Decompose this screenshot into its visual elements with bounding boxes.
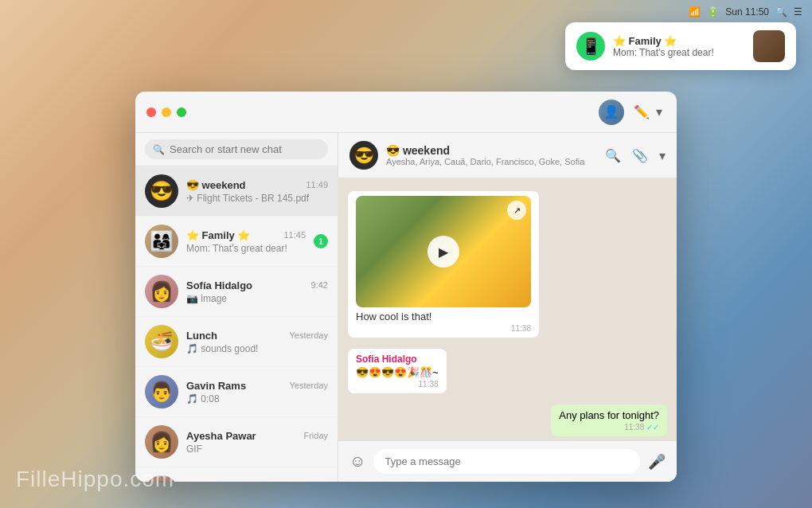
play-button[interactable]: ▶ [427, 236, 459, 268]
chat-preview-family: Mom: That's great dear! [186, 243, 306, 254]
chat-preview-ayesha: GIF [186, 444, 328, 455]
notification-message: Mom: That's great dear! [613, 47, 745, 58]
chat-avatar-family: 👨‍👩‍👧 [145, 225, 178, 258]
wifi-icon: 📶 [689, 6, 701, 18]
notification-title: ⭐ Family ⭐ [613, 35, 745, 47]
notification-content: ⭐ Family ⭐ Mom: That's great dear! [613, 35, 745, 58]
close-button[interactable] [146, 107, 156, 117]
app-window: 👤 ✏️ ▾ 🔍 😎😎 weekend11:49✈ Flight Tickets… [135, 92, 677, 482]
chat-preview-lunch: 🎵 sounds good! [186, 343, 328, 354]
chat-time-sofia: 9:42 [311, 280, 328, 290]
chat-info-sofia: Sofía Hidalgo9:42📷 image [186, 279, 328, 304]
emoji-button[interactable]: ☺ [349, 452, 365, 471]
chat-time-gavin: Yesterday [289, 381, 328, 390]
chat-preview-sofia: 📷 image [186, 293, 328, 304]
share-button[interactable]: ↗ [507, 201, 526, 220]
search-icon: 🔍 [153, 144, 165, 155]
chat-header: 😎 😎 weekend Ayesha, Ariya, Cauã, Dario, … [338, 133, 677, 178]
search-input[interactable] [170, 143, 320, 155]
chat-info-lunch: LunchYesterday🎵 sounds good! [186, 330, 328, 354]
chat-info-ayesha: Ayesha PawarFridayGIF [186, 430, 328, 455]
chat-preview-weekend: ✈ Flight Tickets - BR 145.pdf [186, 193, 328, 204]
search-input-wrap[interactable]: 🔍 [145, 139, 328, 159]
message-sender: Sofia Hidalgo [356, 354, 439, 365]
message-input[interactable] [373, 449, 640, 474]
status-bar: 📶 🔋 Sun 11:50 🔍 ☰ [689, 6, 802, 18]
chat-name-weekend: 😎 weekend [186, 179, 246, 191]
msg-time: 11:38 [356, 380, 439, 389]
maximize-button[interactable] [177, 107, 186, 117]
msg-time: 11:38 ✓✓ [559, 423, 659, 432]
chat-header-avatar: 😎 [349, 141, 378, 170]
chat-time-brother: Friday [303, 481, 328, 482]
chat-item-sofia[interactable]: 👩Sofía Hidalgo9:42📷 image [135, 267, 338, 317]
unread-badge-family: 1 [314, 234, 328, 248]
chat-panel: 😎 😎 weekend Ayesha, Ariya, Cauã, Dario, … [338, 133, 677, 482]
chat-time-lunch: Yesterday [289, 330, 328, 340]
chat-item-lunch[interactable]: 🍜LunchYesterday🎵 sounds good! [135, 317, 338, 367]
chat-info-weekend: 😎 weekend11:49✈ Flight Tickets - BR 145.… [186, 179, 328, 204]
notification-app-icon: 📱 [576, 32, 605, 61]
dropdown-icon[interactable]: ▾ [653, 101, 666, 123]
notification-avatar [753, 30, 785, 62]
notification-banner[interactable]: 📱 ⭐ Family ⭐ Mom: That's great dear! [565, 22, 796, 70]
message-sofia-emoji: Sofia Hidalgo 😎😍😎😍🎉🎊~ 11:38 [348, 349, 447, 393]
chat-avatar-lunch: 🍜 [145, 325, 178, 358]
battery-icon: 🔋 [707, 6, 719, 18]
input-area: ☺ 🎤 [338, 440, 677, 482]
chat-name-sofia: Sofía Hidalgo [186, 279, 252, 291]
chat-info-family: ⭐ Family ⭐11:45Mom: That's great dear! [186, 229, 306, 254]
chat-header-info: 😎 weekend Ayesha, Ariya, Cauã, Dario, Fr… [386, 144, 597, 166]
msg-time: 11:38 [356, 324, 531, 333]
search-icon: 🔍 [775, 6, 787, 18]
chat-info-gavin: Gavin RamsYesterday🎵 0:08 [186, 380, 328, 404]
watermark: FilleHippo.com [16, 467, 174, 492]
chat-time-weekend: 11:49 [306, 180, 328, 190]
messages-flex: ▶ ↗ How cool is that! 11:38 Sofia Hidalg… [348, 191, 667, 440]
minimize-button[interactable] [162, 107, 171, 117]
chat-avatar-ayesha: 👩 [145, 425, 178, 459]
message-text: Any plans for tonight? [559, 409, 659, 421]
chat-time-family: 11:45 [283, 230, 306, 240]
chat-item-weekend[interactable]: 😎😎 weekend11:49✈ Flight Tickets - BR 145… [135, 166, 338, 217]
search-chat-icon[interactable]: 🔍 [605, 148, 621, 163]
chat-item-family[interactable]: 👨‍👩‍👧⭐ Family ⭐11:45Mom: That's great de… [135, 217, 338, 267]
content-area: 🔍 😎😎 weekend11:49✈ Flight Tickets - BR 1… [135, 133, 677, 482]
chat-preview-gavin: 🎵 0:08 [186, 393, 328, 404]
chat-time-ayesha: Friday [303, 431, 328, 440]
message-video: ▶ ↗ How cool is that! 11:38 [348, 191, 539, 338]
chat-name-gavin: Gavin Rams [186, 380, 246, 392]
chat-name-ayesha: Ayesha Pawar [186, 430, 256, 442]
attach-icon[interactable]: 📎 [632, 148, 648, 163]
chat-name-lunch: Lunch [186, 330, 217, 342]
more-icon[interactable]: ▾ [659, 148, 666, 163]
chat-avatar-sofia: 👩 [145, 275, 178, 308]
sidebar: 🔍 😎😎 weekend11:49✈ Flight Tickets - BR 1… [135, 133, 338, 482]
messages-area: ▶ ↗ How cool is that! 11:38 Sofia Hidalg… [338, 178, 677, 440]
chat-list: 😎😎 weekend11:49✈ Flight Tickets - BR 145… [135, 166, 338, 482]
title-bar: 👤 ✏️ ▾ [135, 92, 677, 133]
video-thumbnail[interactable]: ▶ ↗ [356, 196, 531, 307]
chat-header-name: 😎 weekend [386, 144, 597, 157]
video-caption: How cool is that! [356, 311, 531, 322]
chat-info-brother: BrotherFriday😊 [186, 480, 328, 483]
mic-button[interactable]: 🎤 [648, 453, 666, 471]
search-bar: 🔍 [135, 133, 338, 166]
chat-item-ayesha[interactable]: 👩Ayesha PawarFridayGIF [135, 417, 338, 467]
chat-name-brother: Brother [186, 480, 224, 483]
traffic-lights [146, 107, 186, 117]
chat-avatar-weekend: 😎 [145, 174, 178, 208]
chat-header-icons: 🔍 📎 ▾ [605, 148, 666, 163]
chat-avatar-gavin: 👨 [145, 375, 178, 408]
chat-item-gavin[interactable]: 👨Gavin RamsYesterday🎵 0:08 [135, 367, 338, 417]
time-display: Sun 11:50 [725, 6, 769, 18]
compose-icon[interactable]: ✏️ [630, 101, 653, 123]
message-outgoing-plans: Any plans for tonight? 11:38 ✓✓ [551, 404, 667, 436]
chat-name-family: ⭐ Family ⭐ [186, 229, 250, 241]
menu-icon: ☰ [794, 6, 802, 18]
chat-header-members: Ayesha, Ariya, Cauã, Dario, Francisco, G… [386, 157, 597, 166]
user-avatar: 👤 [599, 100, 624, 125]
message-text: 😎😍😎😍🎉🎊~ [356, 366, 439, 378]
